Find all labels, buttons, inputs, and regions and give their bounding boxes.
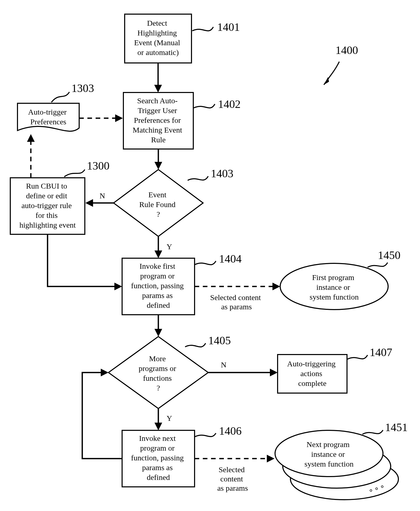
n1451-l1: instance or <box>311 450 345 458</box>
n1403-l1: Rule Found <box>139 200 176 209</box>
n1402-l3: Matching Event <box>133 126 182 134</box>
svg-marker-28 <box>27 134 35 142</box>
n1401-l3: or automatic) <box>138 48 179 57</box>
n1406-l2: function, passing <box>131 453 184 462</box>
figure-label: 1400 <box>324 44 358 85</box>
n1405-l2: functions <box>143 374 172 382</box>
node-1450: First program instance or system functio… <box>280 249 400 310</box>
svg-marker-23 <box>324 77 329 85</box>
svg-marker-31 <box>272 283 280 290</box>
edge-1404-1450: Selected content as params <box>195 283 280 311</box>
edge-1406-1451: Selected content as params <box>195 455 275 492</box>
ref-1404: 1404 <box>219 253 242 265</box>
n1403-l0: Event <box>148 190 167 199</box>
ref-1405: 1405 <box>208 334 231 347</box>
n1404-l1: program or <box>140 272 175 280</box>
svg-marker-27 <box>85 199 93 207</box>
ref-1407: 1407 <box>370 346 392 359</box>
svg-marker-35 <box>154 423 162 430</box>
n1405-l3: ? <box>157 384 160 392</box>
e1406-1451-l0: Selected <box>218 465 245 474</box>
svg-marker-33 <box>154 329 162 337</box>
svg-marker-25 <box>115 114 123 122</box>
svg-marker-30 <box>114 283 122 290</box>
n1401-l2: Event (Manual <box>134 38 180 47</box>
edge-1401-1402 <box>154 63 162 92</box>
svg-text:Run CBUI to
      define or ed: Run CBUI to define or edit auto-trigger … <box>19 182 76 229</box>
n1404-l0: Invoke first <box>140 262 176 270</box>
n1404-l4: defined <box>147 301 170 309</box>
svg-marker-26 <box>154 162 162 170</box>
svg-text:Next program
      instance or: Next program instance or system function <box>305 440 354 468</box>
n1402-l2: Preferences for <box>134 116 181 124</box>
n1402-l1: Trigger User <box>138 106 177 115</box>
node-1403: Event Rule Found ? 1403 <box>114 167 233 236</box>
edge-1404-1405 <box>154 315 162 337</box>
label-1405-Y: Y <box>167 414 172 422</box>
node-1300: Run CBUI to define or edit auto-trigger … <box>10 160 109 234</box>
ref-1303: 1303 <box>71 82 94 95</box>
edge-1406-1405 <box>82 369 122 459</box>
svg-marker-13 <box>108 337 208 408</box>
label-1405-N: N <box>221 360 226 369</box>
n1450-l2: system function <box>310 293 359 301</box>
n1450-l1: instance or <box>316 283 350 291</box>
n1407-l1: actions <box>300 369 322 378</box>
node-1401: Detect Highlighting Event (Manual or aut… <box>125 14 240 63</box>
n1404-l2: function, passing <box>131 281 184 290</box>
ref-1401: 1401 <box>217 21 240 33</box>
n1401-l0: Detect <box>147 19 167 27</box>
n1407-l2: complete <box>298 379 326 387</box>
svg-text:Selected content
      as para: Selected content as params <box>210 293 263 311</box>
n1300-l4: highlighting event <box>19 221 76 229</box>
node-1402: Search Auto- Trigger User Preferences fo… <box>123 92 241 149</box>
ref-1403: 1403 <box>211 167 233 180</box>
n1451-l2: system function <box>305 460 354 468</box>
ref-1300: 1300 <box>87 160 109 172</box>
figure-label-text: 1400 <box>335 44 358 57</box>
node-1303: Auto-trigger Preferences 1303 <box>17 82 94 131</box>
svg-marker-29 <box>154 250 162 258</box>
n1303-l0: Auto-trigger <box>28 108 67 116</box>
n1300-l2: auto-trigger rule <box>21 201 72 210</box>
n1406-l4: defined <box>147 473 170 481</box>
n1300-l0: Run CBUI to <box>26 182 67 190</box>
ref-1450: 1450 <box>378 249 400 262</box>
svg-marker-37 <box>267 455 275 462</box>
node-1407: Auto-triggering actions complete 1407 <box>278 346 392 393</box>
n1402-l4: Rule <box>151 135 166 144</box>
edge-1402-1403 <box>154 149 162 170</box>
n1407-l0: Auto-triggering <box>287 359 335 368</box>
e1406-1451-l2: as params <box>217 484 248 492</box>
svg-text:First program
      instance o: First program instance or system functio… <box>310 273 359 301</box>
svg-marker-34 <box>270 369 278 376</box>
n1406-l3: params as <box>142 463 173 472</box>
n1402-l0: Search Auto- <box>137 96 178 105</box>
edge-1405-1407: N <box>208 360 278 376</box>
node-1451: Next program instance or system function… <box>275 421 408 500</box>
ref-1402: 1402 <box>218 98 241 110</box>
edge-1303-1402 <box>79 114 123 122</box>
n1451-l0: Next program <box>307 440 350 449</box>
n1300-l1: define or edit <box>26 191 67 200</box>
svg-marker-24 <box>154 85 162 92</box>
node-1405: More programs or functions ? 1405 <box>108 334 231 408</box>
n1404-l3: params as <box>142 291 173 300</box>
n1405-l1: programs or <box>139 364 176 373</box>
label-1403-N: N <box>99 191 105 200</box>
edge-1403-1300: N <box>85 191 114 207</box>
n1406-l0: Invoke next <box>139 434 176 442</box>
edge-1300-1303 <box>27 134 35 178</box>
n1303-l1: Preferences <box>30 117 66 126</box>
n1406-l1: program or <box>140 444 175 452</box>
n1450-l0: First program <box>312 273 354 282</box>
n1405-l0: More <box>149 354 166 363</box>
edge-1300-1404 <box>48 234 122 290</box>
n1300-l3: for this <box>35 211 58 219</box>
ref-1406: 1406 <box>219 425 242 437</box>
edge-1405-1406: Y <box>154 408 172 430</box>
n1401-l1: Highlighting <box>138 29 177 37</box>
e1404-1450-l0: Selected content <box>210 293 261 302</box>
e1406-1451-l1: content <box>220 475 243 483</box>
edge-1403-1404: Y <box>154 236 172 258</box>
